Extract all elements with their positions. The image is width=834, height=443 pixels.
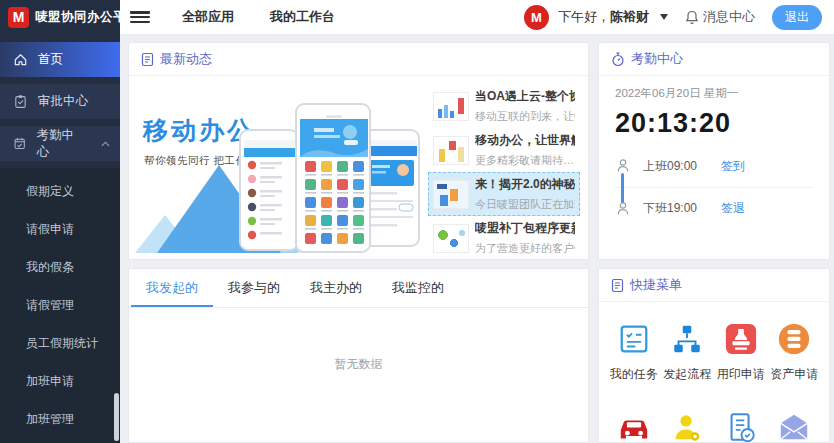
app-logo: M	[8, 7, 29, 28]
message-center-label: 消息中心	[703, 8, 755, 26]
logout-button[interactable]: 退出	[772, 5, 822, 30]
my-tasks-panel: 我发起的 我参与的 我主办的 我监控的 暂无数据	[128, 268, 589, 443]
news-thumbnail	[433, 92, 469, 121]
empty-state-text: 暂无数据	[129, 308, 588, 373]
user-avatar[interactable]: M	[524, 5, 549, 30]
meeting-icon	[670, 411, 704, 443]
quick-item-meeting-request[interactable]: 会议申请	[661, 409, 715, 443]
checkout-link[interactable]: 签退	[721, 200, 745, 217]
quick-item-label: 发起流程	[661, 366, 715, 383]
top-right-cluster: M 下午好，陈裕财 消息中心 退出	[524, 5, 834, 30]
user-name: 陈裕财	[610, 9, 649, 24]
news-summary: 今日唛盟团队正在加班加点，	[475, 197, 575, 212]
quick-item-vehicle-request[interactable]: 用车申请	[607, 409, 661, 443]
news-thumbnail	[433, 180, 469, 209]
user-greeting[interactable]: 下午好，陈裕财	[558, 8, 649, 26]
document-icon	[141, 52, 154, 67]
news-title: 来！揭开2.0的神秘面纱~	[475, 176, 575, 193]
checkin-label: 上班09:00	[643, 158, 721, 175]
attendance-icon	[13, 136, 26, 151]
sidebar-subitem-leave-request[interactable]: 请假申请	[0, 210, 120, 248]
attendance-submenu: 假期定义 请假申请 我的假条 请假管理 员工假期统计 加班申请 加班管理	[0, 168, 120, 443]
news-summary: 更多精彩敬请期待……	[475, 153, 575, 168]
news-title: 唛盟补丁包程序更新	[475, 220, 575, 237]
quick-item-seal-request[interactable]: 用印申请	[714, 320, 768, 383]
sidebar-subitem-holiday-definition[interactable]: 假期定义	[0, 172, 120, 210]
quick-item-label: 用印申请	[714, 366, 768, 383]
quick-item-asset-request[interactable]: 资产申请	[768, 320, 822, 383]
person-icon	[615, 158, 631, 174]
attendance-clock: 20:13:20	[615, 108, 813, 139]
quick-menu-title: 快捷菜单	[630, 276, 682, 294]
user-dropdown-caret-icon[interactable]	[660, 14, 668, 20]
latest-news-header: 最新动态	[129, 43, 588, 76]
attendance-header: 考勤中心	[599, 43, 829, 76]
flow-icon	[670, 322, 704, 356]
home-icon	[13, 52, 28, 67]
news-item[interactable]: 移动办公，让世界触手可更多精彩敬请期待……	[428, 128, 580, 172]
news-item[interactable]: 唛盟补丁包程序更新为了营造更好的客户体验，唛	[428, 216, 580, 260]
nav-all-apps[interactable]: 全部应用	[182, 8, 234, 26]
asset-icon	[777, 322, 811, 356]
attendance-title: 考勤中心	[631, 50, 683, 68]
nav-my-workbench[interactable]: 我的工作台	[270, 8, 335, 26]
contract-icon	[724, 411, 758, 443]
tab-initiated-by-me[interactable]: 我发起的	[131, 269, 213, 307]
phone-mockups	[237, 86, 422, 253]
news-summary: 为了营造更好的客户体验，唛	[475, 241, 575, 256]
news-summary: 移动互联的到来，让OA与云	[475, 109, 575, 124]
stamp-icon	[724, 322, 758, 356]
chevron-up-icon	[101, 141, 110, 147]
tab-monitored-by-me[interactable]: 我监控的	[377, 269, 459, 307]
main-content: 最新动态 移动办公 帮你领先同行 把工作带出办公室	[120, 35, 834, 443]
sidebar-item-label: 审批中心	[38, 93, 88, 110]
sidebar: 首页 审批中心 考勤中心 假期定义 请假申请 我的假条 请假管理 员工假期统计 …	[0, 35, 120, 443]
phone-left	[239, 129, 299, 251]
checkout-label: 下班19:00	[643, 200, 721, 217]
sidebar-subitem-my-leave-notes[interactable]: 我的假条	[0, 248, 120, 286]
top-header: M 唛盟协同办公平台 全部应用 我的工作台 M 下午好，陈裕财 消息中心 退出	[0, 0, 834, 35]
sidebar-item-approval-center[interactable]: 审批中心	[0, 84, 120, 119]
checkin-row: 上班09:00 签到	[615, 145, 813, 187]
quick-menu-header: 快捷菜单	[599, 269, 829, 302]
sidebar-item-home[interactable]: 首页	[0, 42, 120, 77]
sidebar-subitem-leave-management[interactable]: 请假管理	[0, 286, 120, 324]
sidebar-item-label: 考勤中心	[36, 127, 81, 161]
message-center-link[interactable]: 消息中心	[685, 8, 755, 26]
approval-icon	[13, 94, 28, 109]
news-thumbnail	[433, 136, 469, 165]
attendance-panel: 考勤中心 2022年06月20日 星期一 20:13:20 上班09:00 签到…	[598, 42, 830, 260]
news-item[interactable]: 当OA遇上云-整个协同OA移动互联的到来，让OA与云	[428, 84, 580, 128]
tab-hosted-by-me[interactable]: 我主办的	[295, 269, 377, 307]
sidebar-subitem-overtime-request[interactable]: 加班申请	[0, 362, 120, 400]
checkout-row: 下班19:00 签退	[615, 187, 813, 229]
sidebar-item-label: 首页	[38, 51, 63, 68]
mail-icon	[777, 411, 811, 443]
tab-participated-by-me[interactable]: 我参与的	[213, 269, 295, 307]
attendance-timeline: 上班09:00 签到 下班19:00 签退	[615, 145, 813, 229]
timeline-connector	[621, 173, 624, 203]
document-icon	[611, 278, 624, 293]
sidebar-scrollbar[interactable]	[114, 393, 119, 441]
sidebar-subitem-overtime-management[interactable]: 加班管理	[0, 400, 120, 438]
sidebar-item-attendance-center[interactable]: 考勤中心	[0, 126, 120, 161]
quick-item-new-contract[interactable]: 新建合同	[714, 409, 768, 443]
quick-item-label: 资产申请	[768, 366, 822, 383]
greeting-text: 下午好，	[558, 9, 610, 24]
banner-illustration: 移动办公 帮你领先同行 把工作带出办公室	[135, 82, 424, 253]
latest-news-panel: 最新动态 移动办公 帮你领先同行 把工作带出办公室	[128, 42, 589, 260]
quick-item-new-mail[interactable]: 新建邮件	[768, 409, 822, 443]
sidebar-subitem-employee-holiday-stats[interactable]: 员工假期统计	[0, 324, 120, 362]
menu-toggle-icon[interactable]	[130, 9, 150, 25]
news-item-highlighted[interactable]: 来！揭开2.0的神秘面纱~今日唛盟团队正在加班加点，	[428, 172, 580, 216]
attendance-date: 2022年06月20日 星期一	[615, 86, 813, 101]
tasks-icon	[617, 322, 651, 356]
top-nav: 全部应用 我的工作台	[182, 8, 335, 26]
checkin-link[interactable]: 签到	[721, 158, 745, 175]
news-list: 当OA遇上云-整个协同OA移动互联的到来，让OA与云 移动办公，让世界触手可更多…	[428, 82, 580, 253]
quick-item-label: 我的任务	[607, 366, 661, 383]
quick-item-start-flow[interactable]: 发起流程	[661, 320, 715, 383]
app-title: 唛盟协同办公平台	[35, 9, 139, 26]
latest-news-title: 最新动态	[160, 50, 212, 68]
quick-item-my-tasks[interactable]: 我的任务	[607, 320, 661, 383]
